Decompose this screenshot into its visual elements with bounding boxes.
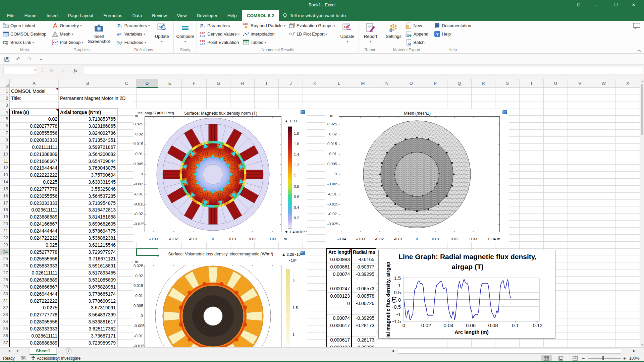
cell-A33[interactable]: 0.027777778 bbox=[10, 311, 59, 318]
cell-A6[interactable]: 0.020277778 bbox=[10, 123, 59, 130]
row-header-8[interactable]: 8 bbox=[0, 137, 10, 144]
column-header-K[interactable]: K bbox=[303, 79, 327, 88]
cell-A12[interactable]: 0.021944444 bbox=[10, 165, 59, 172]
ribbon-tab-help[interactable]: Help bbox=[222, 10, 242, 21]
cell-B8[interactable]: 3.713524351 bbox=[59, 137, 117, 144]
cell-A29[interactable]: 0.026666667 bbox=[10, 284, 59, 291]
ribbon-button-open-linked[interactable]: Open Linked bbox=[1, 21, 48, 30]
cell-A24[interactable]: 0.025277778 bbox=[10, 249, 59, 256]
column-header-B[interactable]: B bbox=[59, 79, 117, 88]
cell-B6[interactable]: 3.823166865 bbox=[59, 123, 117, 130]
cell-A37[interactable]: 0.028888889 bbox=[10, 340, 59, 347]
column-header-V[interactable]: V bbox=[568, 79, 592, 88]
cell-A30[interactable]: 0.026944444 bbox=[10, 291, 59, 298]
ribbon-button-comsol-desktop[interactable]: COMSOL Desktop bbox=[1, 30, 48, 38]
cell-B5[interactable]: 3.713853765 bbox=[59, 116, 117, 123]
cell-B20[interactable]: 3.699682605 bbox=[59, 221, 117, 228]
ribbon-button-insert-screenshot[interactable]: Insert Screenshot bbox=[85, 21, 113, 44]
row-header-29[interactable]: 29 bbox=[0, 284, 10, 291]
cell-B11[interactable]: 3.654709044 bbox=[59, 158, 117, 165]
cell-B12[interactable]: 3.769043075 bbox=[59, 165, 117, 172]
cancel-icon[interactable]: ✕ bbox=[47, 67, 56, 74]
column-header-S[interactable]: S bbox=[495, 79, 520, 88]
column-header-A[interactable]: A bbox=[10, 79, 59, 88]
table-cell[interactable] bbox=[327, 278, 351, 285]
table-cell[interactable]: -0.28173 bbox=[352, 337, 376, 344]
cell-B15[interactable]: 3.55325046 bbox=[59, 186, 117, 193]
row-header-24[interactable]: 24 bbox=[0, 249, 10, 256]
table-cell[interactable] bbox=[327, 329, 351, 336]
table-cell[interactable]: -0.50377 bbox=[352, 263, 376, 270]
ribbon-button-batch[interactable]: Batch bbox=[404, 38, 430, 47]
table-cell[interactable] bbox=[327, 307, 351, 314]
formula-input[interactable] bbox=[84, 67, 643, 74]
ribbon-tab-home[interactable]: Home bbox=[19, 10, 42, 21]
cell-B2[interactable]: Permanent Magnet Motor in 2D bbox=[59, 95, 132, 102]
cell-A11[interactable]: 0.021666667 bbox=[10, 158, 59, 165]
row-header-32[interactable]: 32 bbox=[0, 304, 10, 311]
cell-A25[interactable]: 0.025555556 bbox=[10, 255, 59, 262]
cell-A23[interactable]: 0.025 bbox=[10, 242, 59, 249]
ribbon-button-derived-values[interactable]: 8.85e-12Derived Values▾ bbox=[198, 30, 241, 38]
column-header-D[interactable]: D bbox=[137, 79, 158, 88]
row-header-33[interactable]: 33 bbox=[0, 311, 10, 318]
cell-B19[interactable]: 3.814181858 bbox=[59, 214, 117, 221]
cell-A31[interactable]: 0.027222222 bbox=[10, 298, 59, 305]
view-normal-button[interactable] bbox=[541, 355, 552, 361]
row-header-1[interactable]: 1 bbox=[0, 88, 10, 95]
row-header-30[interactable]: 30 bbox=[0, 291, 10, 298]
table-cell[interactable] bbox=[352, 329, 376, 336]
zoom-level[interactable]: 100% bbox=[629, 356, 640, 361]
cell-A19[interactable]: 0.023888889 bbox=[10, 214, 59, 221]
row-header-13[interactable]: 13 bbox=[0, 172, 10, 179]
cell-A26[interactable]: 0.025833333 bbox=[10, 262, 59, 269]
table-cell[interactable]: -0.06573 bbox=[352, 285, 376, 292]
row-header-27[interactable]: 27 bbox=[0, 269, 10, 277]
cell-A13[interactable]: 0.022222222 bbox=[10, 172, 59, 179]
vertical-scroll-thumb[interactable] bbox=[641, 84, 643, 135]
row-header-15[interactable]: 15 bbox=[0, 186, 10, 193]
tell-me-box[interactable]: Tell me what you want to do bbox=[279, 10, 349, 21]
ribbon-button-geometry[interactable]: Geometry▾ bbox=[50, 21, 85, 30]
hscroll-right-icon[interactable]: ► bbox=[633, 349, 636, 353]
zoom-out-icon[interactable]: − bbox=[582, 356, 585, 361]
table-cell[interactable]: -0.00726 bbox=[352, 300, 376, 307]
cell-B31[interactable]: 3.778690912 bbox=[59, 298, 117, 305]
row-header-23[interactable]: 23 bbox=[0, 242, 10, 249]
row-header-22[interactable]: 22 bbox=[0, 235, 10, 242]
horizontal-scroll-thumb[interactable] bbox=[398, 349, 621, 354]
ribbon-tab-insert[interactable]: Insert bbox=[42, 10, 63, 21]
chart-mesh[interactable]: Mesh (mesh1)m0.0250.020.0150.010.0050-0.… bbox=[325, 109, 509, 242]
column-header-H[interactable]: H bbox=[230, 79, 255, 88]
cell-A32[interactable]: 0.0275 bbox=[10, 304, 59, 311]
table-cell[interactable]: 0.000617 bbox=[327, 322, 351, 329]
ribbon-button-parameters[interactable]: PiParameters bbox=[198, 21, 241, 30]
minimize-icon[interactable]: — bbox=[588, 0, 604, 10]
cell-B27[interactable]: 3.517893455 bbox=[59, 269, 117, 277]
cell-A27[interactable]: 0.026111111 bbox=[10, 269, 59, 277]
row-header-6[interactable]: 6 bbox=[0, 123, 10, 130]
column-header-M[interactable]: M bbox=[351, 79, 375, 88]
row-header-17[interactable]: 17 bbox=[0, 200, 10, 207]
column-header-I[interactable]: I bbox=[255, 79, 279, 88]
ribbon-button-mesh[interactable]: Mesh▾ bbox=[50, 30, 85, 38]
ribbon-tab-review[interactable]: Review bbox=[147, 10, 172, 21]
row-header-11[interactable]: 11 bbox=[0, 158, 10, 165]
column-header-P[interactable]: P bbox=[423, 79, 447, 88]
row-header-28[interactable]: 28 bbox=[0, 277, 10, 284]
row-header-5[interactable]: 5 bbox=[0, 116, 10, 123]
row-header-14[interactable]: 14 bbox=[0, 179, 10, 186]
cell-B17[interactable]: 3.710954875 bbox=[59, 200, 117, 207]
ribbon-button-1d-plot-export[interactable]: 1D Plot Export▾ bbox=[287, 30, 337, 38]
row-header-37[interactable]: 37 bbox=[0, 340, 10, 347]
table-cell[interactable]: -0.39295 bbox=[352, 315, 376, 322]
table-cell[interactable]: -0.00578 bbox=[352, 293, 376, 300]
undo-button[interactable]: ↶ bbox=[15, 56, 21, 62]
table-cell[interactable]: 0.00074 bbox=[327, 315, 351, 322]
ribbon-button-evaluation-groups[interactable]: Evaluation Groups▾ bbox=[287, 21, 337, 30]
ribbon-button-documentation[interactable]: Documentation bbox=[432, 21, 473, 30]
ribbon-tab-formulas[interactable]: Formulas bbox=[98, 10, 127, 21]
cell-B25[interactable]: 3.716671121 bbox=[59, 255, 117, 262]
accessibility-icon[interactable] bbox=[31, 356, 36, 362]
cell-B10[interactable]: 3.564200082 bbox=[59, 151, 117, 158]
